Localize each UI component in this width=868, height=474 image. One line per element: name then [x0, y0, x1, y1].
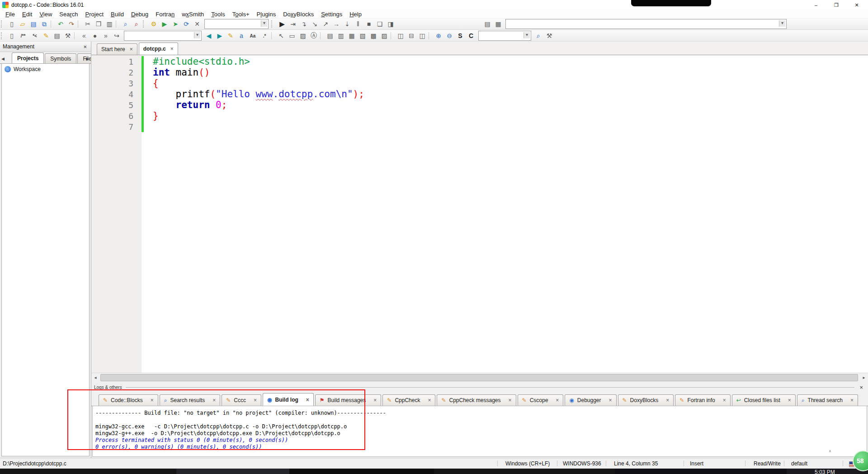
- step-into-instruction-icon[interactable]: [342, 19, 353, 29]
- management-close-icon[interactable]: ×: [82, 43, 88, 50]
- undo-icon[interactable]: [55, 19, 66, 29]
- editor-tab-start-here[interactable]: Start here×: [97, 43, 137, 55]
- run-to-cursor-icon[interactable]: [288, 19, 298, 29]
- tab-close-icon[interactable]: ×: [170, 46, 174, 52]
- build-target-combo[interactable]: [204, 19, 269, 29]
- log-tab-cppcheck-messages[interactable]: CppCheck messages×: [437, 394, 516, 406]
- windows-taskbar[interactable]: 5:03 PM: [0, 469, 868, 474]
- log-tab-debugger[interactable]: Debugger×: [565, 394, 616, 406]
- run-icon[interactable]: [159, 19, 170, 29]
- spellcheck-icon[interactable]: [236, 31, 247, 41]
- align-right-icon[interactable]: [346, 31, 357, 41]
- zoom-out-icon[interactable]: [444, 31, 455, 41]
- paste-icon[interactable]: [104, 19, 115, 29]
- wx-sizer-icon[interactable]: [287, 31, 297, 41]
- menu-help[interactable]: Help: [346, 11, 365, 18]
- next-instruction-icon[interactable]: [331, 19, 342, 29]
- build-and-run-icon[interactable]: [170, 19, 181, 29]
- tab-close-icon[interactable]: ×: [723, 397, 726, 403]
- debugging-windows-icon[interactable]: [374, 19, 385, 29]
- tab-scroll-right-icon[interactable]: ▶: [86, 57, 89, 61]
- next-bookmark-icon[interactable]: [100, 31, 111, 41]
- new-file-icon[interactable]: [6, 19, 17, 29]
- wx-image-icon[interactable]: [297, 31, 308, 41]
- toolbar-options-icon[interactable]: [544, 31, 555, 41]
- highlight-icon[interactable]: [225, 31, 236, 41]
- browse-forward-icon[interactable]: [214, 31, 225, 41]
- find-icon[interactable]: [120, 19, 131, 29]
- align-left-icon[interactable]: [325, 31, 335, 41]
- menu-view[interactable]: View: [36, 11, 56, 18]
- regex-testbed-icon[interactable]: [259, 31, 270, 41]
- align-center-icon[interactable]: [335, 31, 346, 41]
- symbols-s-icon[interactable]: [455, 31, 466, 41]
- step-out-icon[interactable]: [320, 19, 331, 29]
- menu-build[interactable]: Build: [107, 11, 127, 18]
- fortran-combo[interactable]: [505, 19, 787, 29]
- menu-edit[interactable]: Edit: [19, 11, 36, 18]
- tab-close-icon[interactable]: ×: [609, 397, 612, 403]
- symbols-c-icon[interactable]: [466, 31, 476, 41]
- align-middle-icon[interactable]: [368, 31, 379, 41]
- restore-button[interactable]: ❐: [826, 0, 846, 10]
- log-tab-cppcheck[interactable]: CppCheck×: [382, 394, 435, 406]
- logs-close-icon[interactable]: ×: [858, 384, 864, 391]
- doxy-block-comment-icon[interactable]: [17, 31, 29, 41]
- management-tab-symbols[interactable]: Symbols: [45, 53, 76, 63]
- incremental-search-combo[interactable]: [478, 31, 531, 41]
- thesaurus-icon[interactable]: [247, 31, 259, 41]
- toggle-bookmark-icon[interactable]: [90, 31, 100, 41]
- save-icon[interactable]: [28, 19, 39, 29]
- menu-file[interactable]: File: [2, 11, 19, 18]
- redo-icon[interactable]: [66, 19, 77, 29]
- doxy-config-icon[interactable]: [62, 31, 73, 41]
- rebuild-icon[interactable]: [181, 19, 192, 29]
- zoom-in-icon[interactable]: [433, 31, 444, 41]
- open-file-icon[interactable]: [17, 19, 28, 29]
- menu-tools-plus[interactable]: Tools+: [229, 11, 253, 18]
- menu-settings[interactable]: Settings: [317, 11, 346, 18]
- build-icon[interactable]: [148, 19, 159, 29]
- minimize-button[interactable]: –: [806, 0, 826, 10]
- tab-close-icon[interactable]: ×: [556, 397, 559, 403]
- tab-close-icon[interactable]: ×: [850, 397, 854, 403]
- browse-back-icon[interactable]: [203, 31, 214, 41]
- border-option-icon-b[interactable]: [406, 31, 417, 41]
- code-editor[interactable]: 1 #include<stdio.h> 2 int main() 3 { 4 p…: [91, 55, 868, 373]
- break-debugger-icon[interactable]: [353, 19, 363, 29]
- tab-close-icon[interactable]: ×: [373, 397, 377, 403]
- tab-close-icon[interactable]: ×: [788, 397, 791, 403]
- debug-info-icon[interactable]: [385, 19, 396, 29]
- editor-tab-dotcpp-c[interactable]: dotcpp.c×: [139, 43, 178, 55]
- log-tab-closed-files-list[interactable]: Closed files list×: [732, 394, 796, 406]
- abort-build-icon[interactable]: [192, 19, 203, 29]
- save-all-icon[interactable]: [39, 19, 50, 29]
- border-option-icon-c[interactable]: [417, 31, 428, 41]
- menu-plugins[interactable]: Plugins: [253, 11, 280, 18]
- editor-horizontal-scrollbar[interactable]: ◂ ▸: [91, 373, 868, 381]
- border-option-icon-a[interactable]: [395, 31, 406, 41]
- debug-continue-icon[interactable]: [277, 19, 288, 29]
- code-scope-combo[interactable]: [124, 31, 202, 41]
- menu-tools[interactable]: Tools: [208, 11, 228, 18]
- step-into-icon[interactable]: [309, 19, 320, 29]
- tab-close-icon[interactable]: ×: [666, 397, 669, 403]
- scrollbar-thumb[interactable]: [100, 374, 858, 381]
- log-tab-doxyblocks[interactable]: DoxyBlocks×: [618, 394, 674, 406]
- tab-scroll-left-icon[interactable]: ◀: [1, 57, 5, 61]
- log-tab-fortran-info[interactable]: Fortran info×: [675, 394, 730, 406]
- tray-expand-icon[interactable]: ∧: [829, 449, 831, 453]
- menu-fortran[interactable]: Fortran: [152, 11, 178, 18]
- wx-text-icon[interactable]: [308, 31, 319, 41]
- tab-close-icon[interactable]: ×: [428, 397, 431, 403]
- abbreviation-icon[interactable]: [6, 31, 17, 41]
- scroll-left-icon[interactable]: ◂: [91, 373, 99, 381]
- menu-doxyblocks[interactable]: DoxyBlocks: [279, 11, 317, 18]
- doxy-line-comment-icon[interactable]: [29, 31, 41, 41]
- log-tab-cscope[interactable]: Cscope×: [518, 394, 564, 406]
- copy-icon[interactable]: [93, 19, 104, 29]
- align-bottom-icon[interactable]: [379, 31, 390, 41]
- incremental-search-icon[interactable]: [533, 31, 544, 41]
- align-top-icon[interactable]: [357, 31, 368, 41]
- management-tab-projects[interactable]: Projects: [12, 52, 44, 63]
